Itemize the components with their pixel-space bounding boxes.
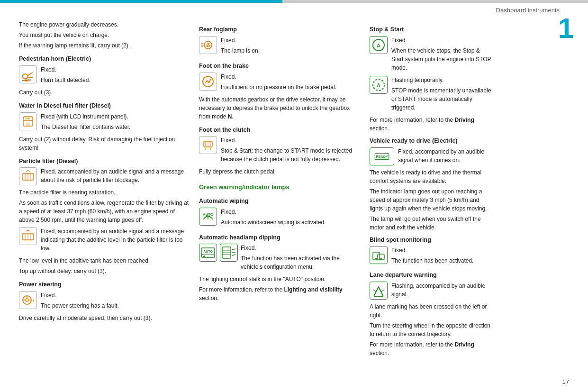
rear-foglamp-row: ⁂ Fixed. The lamp is on. <box>199 36 360 57</box>
section-stop-start-title: Stop & Start <box>370 25 493 34</box>
vehicle-ready-svg: READY <box>374 149 389 164</box>
particle-filter-row: Fixed, accompanied by an audible signal … <box>19 167 190 186</box>
svg-line-42 <box>232 255 235 255</box>
power-steering-row: ! Fixed. The power steering has a fault. <box>19 291 190 312</box>
blind-spot-row: Fixed. The function has been activated. <box>370 246 493 267</box>
lane-departure-icon <box>370 282 388 300</box>
stop-start-text2: Flashing temporarily. STOP mode is momen… <box>391 76 493 114</box>
rear-foglamp-svg: ⁂ <box>200 37 216 53</box>
svg-point-7 <box>26 122 30 126</box>
stop-start-row1: A Fixed. When the vehicle stops, the Sto… <box>370 36 493 74</box>
svg-text:OFF: OFF <box>25 79 32 82</box>
page-header: Dashboard instruments <box>0 3 588 16</box>
auto-wiping-row: AUTO Fixed. Automatic windscreen wiping … <box>199 208 360 228</box>
rear-foglamp-text: Fixed. The lamp is on. <box>221 36 360 57</box>
lane-departure-row: Flashing, accompanied by an audible sign… <box>370 282 493 301</box>
stop-start-icon1: A <box>370 36 388 54</box>
right-column: Stop & Start A Fixed. When the vehicle s… <box>370 20 521 359</box>
diesel-filter-row: H₂O Fixed (with LCD instrument panel). T… <box>19 112 190 133</box>
diesel-filter-svg: H₂O <box>20 114 36 129</box>
foot-brake-icon <box>199 73 217 91</box>
svg-line-58 <box>381 290 384 292</box>
svg-text:AUTO: AUTO <box>203 250 213 253</box>
svg-point-38 <box>203 255 205 257</box>
section-particle-filter-title: Particle filter (Diesel) <box>19 157 190 166</box>
power-steering-text: Fixed. The power steering has a fault. <box>41 291 190 312</box>
intro-line-1: The engine power gradually decreases. <box>19 20 190 29</box>
foot-brake-text: Fixed. Insufficient or no pressure on th… <box>221 73 360 93</box>
pedestrian-horn-carry: Carry out (3). <box>19 88 190 97</box>
particle-filter-icon <box>19 167 37 185</box>
foot-clutch-row: Fixed. Stop & Start: the change to START… <box>199 136 360 165</box>
stop-start-text1: Fixed. When the vehicle stops, the Stop … <box>391 36 493 74</box>
particle-filter-svg <box>20 169 36 184</box>
auto-wiping-icon: AUTO <box>199 208 217 226</box>
diesel-filter-carry: Carry out (2) without delay. Risk of dam… <box>19 135 190 152</box>
stop-start-icon2: A <box>370 76 388 94</box>
svg-text:READY: READY <box>376 155 388 159</box>
foot-brake-row: Fixed. Insufficient or no pressure on th… <box>199 73 360 93</box>
rear-foglamp-icon: ⁂ <box>199 36 217 54</box>
particle-filter-text: Fixed, accompanied by an audible signal … <box>41 167 190 186</box>
chapter-number: 1 <box>558 14 574 43</box>
section-power-steering-title: Power steering <box>19 280 190 289</box>
section-auto-headlamp-title: Automatic headlamp dipping <box>199 233 360 242</box>
vehicle-ready-icon: READY <box>370 147 394 165</box>
particle-filter-svg2 <box>20 228 36 244</box>
page-number: 17 <box>562 378 569 385</box>
auto-headlamp-icons-row: AUTO Fixed. The function has b <box>199 244 360 273</box>
section-foot-clutch-title: Foot on the clutch <box>199 126 360 135</box>
foot-brake-svg <box>200 74 216 89</box>
svg-text:H₂O: H₂O <box>26 117 31 120</box>
auto-headlamp-svg2 <box>221 245 236 260</box>
main-content: The engine power gradually decreases. Yo… <box>0 16 588 369</box>
auto-wiping-text: Fixed. Automatic windscreen wiping is ac… <box>221 208 360 228</box>
lane-departure-text: Flashing, accompanied by an audible sign… <box>391 282 493 301</box>
diesel-filter-icon: H₂O <box>19 112 37 130</box>
blind-spot-svg <box>371 247 386 263</box>
section-green-lamps-title: Green warning/indicator lamps <box>199 182 360 192</box>
section-blind-spot-title: Blind spot monitoring <box>370 236 493 245</box>
svg-point-55 <box>380 258 382 260</box>
blind-spot-text: Fixed. The function has been activated. <box>391 246 493 267</box>
particle-filter-row2: Fixed, accompanied by an audible signal … <box>19 227 190 255</box>
section-diesel-filter-title: Water in Diesel fuel filter (Diesel) <box>19 101 190 110</box>
vehicle-ready-text: Fixed, accompanied by an audible signal … <box>398 147 493 166</box>
svg-text:⁂: ⁂ <box>206 43 211 48</box>
pedestrian-horn-icon: OFF <box>19 65 37 83</box>
section-rear-foglamp-title: Rear foglamp <box>199 25 360 34</box>
svg-line-40 <box>232 249 235 250</box>
pedestrian-horn-row: OFF Fixed. Horn fault detected. <box>19 65 190 86</box>
foot-clutch-text: Fixed. Stop & Start: the change to START… <box>221 136 360 165</box>
auto-headlamp-text: Fixed. The function has been activated v… <box>241 244 360 273</box>
auto-headlamp-icon2 <box>220 244 238 262</box>
svg-line-57 <box>373 290 376 292</box>
section-pedestrian-horn-title: Pedestrian horn (Electric) <box>19 55 190 64</box>
svg-point-54 <box>375 258 377 260</box>
intro-line-3: If the warning lamp remains lit, carry o… <box>19 41 190 50</box>
power-steering-svg: ! <box>20 292 36 308</box>
foot-clutch-icon <box>199 136 217 154</box>
intro-line-2: You must put the vehicle on charge. <box>19 31 190 39</box>
svg-text:A: A <box>377 82 380 88</box>
auto-headlamp-icon1: AUTO <box>199 244 217 262</box>
stop-start-svg2: A <box>371 77 386 92</box>
blind-spot-icon <box>370 246 388 264</box>
section-foot-brake-title: Foot on the brake <box>199 62 360 71</box>
section-auto-wiping-title: Automatic wiping <box>199 197 360 206</box>
foot-clutch-svg <box>200 137 216 153</box>
section-lane-departure-title: Lane departure warning <box>370 271 493 280</box>
left-column: The engine power gradually decreases. Yo… <box>19 20 190 359</box>
diesel-filter-text: Fixed (with LCD instrument panel). The D… <box>41 112 190 133</box>
particle-filter-icon2 <box>19 227 37 245</box>
middle-column: Rear foglamp ⁂ Fixed. The lamp is on. Fo… <box>199 20 360 359</box>
auto-headlamp-svg1: AUTO <box>200 245 216 260</box>
auto-wiping-svg: AUTO <box>200 209 216 224</box>
svg-text:A: A <box>377 43 380 48</box>
vehicle-ready-row: READY Fixed, accompanied by an audible s… <box>370 147 493 166</box>
stop-start-svg1: A <box>371 37 386 53</box>
lane-departure-svg <box>371 283 386 298</box>
section-vehicle-ready-title: Vehicle ready to drive (Electric) <box>370 137 493 146</box>
svg-line-1 <box>28 73 33 75</box>
svg-point-18 <box>26 299 28 301</box>
